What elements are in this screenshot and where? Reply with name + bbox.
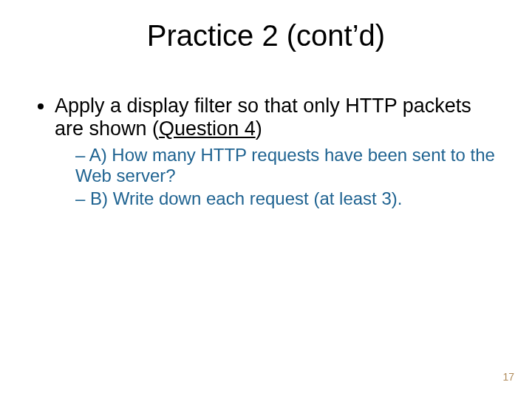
slide-body: Apply a display filter so that only HTTP… [34, 95, 502, 212]
sub-bullet-b: B) Write down each request (at least 3). [75, 188, 502, 209]
slide: Practice 2 (cont’d) Apply a display filt… [0, 0, 532, 399]
sub-bullet-a: A) How many HTTP requests have been sent… [75, 145, 502, 185]
page-number: 17 [502, 371, 514, 383]
sub-bullet-list: A) How many HTTP requests have been sent… [55, 145, 502, 209]
bullet-item-main: Apply a display filter so that only HTTP… [55, 95, 502, 209]
bullet-text-underlined: Question 4 [159, 117, 256, 140]
bullet-list: Apply a display filter so that only HTTP… [34, 95, 502, 209]
slide-title: Practice 2 (cont’d) [0, 19, 532, 52]
bullet-text-after: ) [256, 117, 262, 140]
bullet-text-before: Apply a display filter so that only HTTP… [55, 95, 471, 140]
